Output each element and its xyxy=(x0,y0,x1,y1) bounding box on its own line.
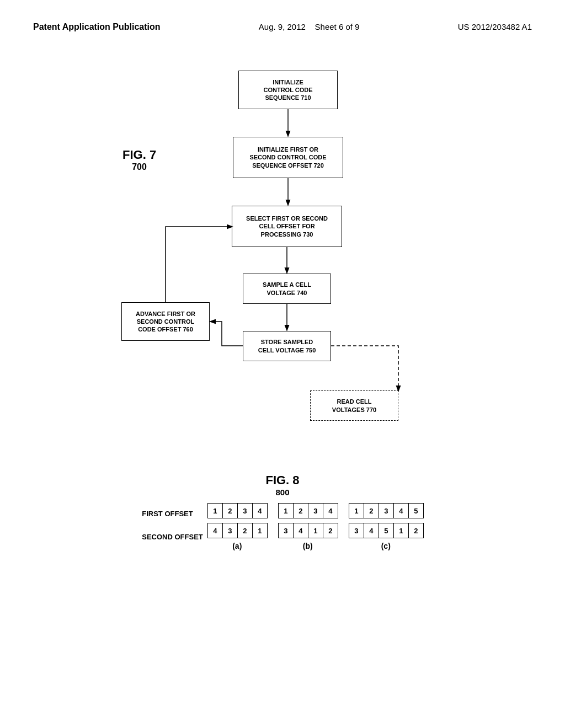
fig7-container: FIG. 7 700 INITIALIZE CONTROL CODE SEQUE… xyxy=(89,60,476,468)
cell-b-s1: 3 xyxy=(278,523,294,538)
box-710: INITIALIZE CONTROL CODE SEQUENCE 710 xyxy=(238,71,338,109)
cell-c-s4: 1 xyxy=(393,523,409,538)
flow-arrows xyxy=(89,60,476,468)
cell-c-s1: 3 xyxy=(349,523,364,538)
fig8-group-b-label: (b) xyxy=(303,542,313,550)
fig8-group-b-first-row: 1 2 3 4 xyxy=(278,503,338,518)
fig7-label: FIG. 7 700 xyxy=(122,148,156,172)
fig8-group-a-label: (a) xyxy=(232,542,242,550)
cell-c-s2: 4 xyxy=(364,523,379,538)
cell-a-s3: 2 xyxy=(237,523,253,538)
fig8-group-c-first-row: 1 2 3 4 5 xyxy=(349,503,423,518)
fig8-group-a: 1 2 3 4 4 3 2 1 (a) xyxy=(207,503,267,550)
main-content: FIG. 7 700 INITIALIZE CONTROL CODE SEQUE… xyxy=(0,43,565,550)
cell-b-s4: 2 xyxy=(323,523,338,538)
header-right: US 2012/203482 A1 xyxy=(458,22,532,31)
header-sheet: Sheet 6 of 9 xyxy=(315,22,360,31)
box-750: STORE SAMPLED CELL VOLTAGE 750 xyxy=(243,331,331,361)
fig8-title: FIG. 8 xyxy=(265,473,299,487)
cell-b-f2: 2 xyxy=(293,503,308,518)
fig8-groups: 1 2 3 4 4 3 2 1 (a) xyxy=(207,503,423,550)
fig8-group-b-grid: 1 2 3 4 3 4 1 2 xyxy=(278,503,338,538)
cell-a-s1: 4 xyxy=(207,523,223,538)
box-720: INITIALIZE FIRST OR SECOND CONTROL CODE … xyxy=(233,137,343,178)
box-770: READ CELL VOLTAGES 770 xyxy=(310,390,398,421)
second-offset-label: SECOND OFFSET xyxy=(142,528,203,545)
header-left: Patent Application Publication xyxy=(33,22,161,32)
cell-b-s2: 4 xyxy=(293,523,308,538)
cell-c-f4: 4 xyxy=(393,503,409,518)
cell-a-f4: 4 xyxy=(252,503,268,518)
cell-a-s2: 3 xyxy=(222,523,238,538)
fig8-row-labels: FIRST OFFSET SECOND OFFSET xyxy=(142,503,203,549)
cell-a-f2: 2 xyxy=(222,503,238,518)
cell-a-s4: 1 xyxy=(252,523,268,538)
fig8-number: 800 xyxy=(275,488,289,497)
cell-b-f1: 1 xyxy=(278,503,294,518)
fig7-title: FIG. 7 xyxy=(122,148,156,162)
cell-a-f3: 3 xyxy=(237,503,253,518)
page-header: Patent Application Publication Aug. 9, 2… xyxy=(0,0,565,43)
cell-c-f3: 3 xyxy=(379,503,394,518)
fig8-group-c-second-row: 3 4 5 1 2 xyxy=(349,523,423,538)
cell-b-f3: 3 xyxy=(308,503,323,518)
fig8-group-c: 1 2 3 4 5 3 4 5 1 2 xyxy=(349,503,423,550)
fig8-group-b-second-row: 3 4 1 2 xyxy=(278,523,338,538)
header-date: Aug. 9, 2012 xyxy=(259,22,306,31)
fig8-group-a-second-row: 4 3 2 1 xyxy=(207,523,267,538)
cell-c-s3: 5 xyxy=(379,523,394,538)
cell-c-f2: 2 xyxy=(364,503,379,518)
cell-a-f1: 1 xyxy=(207,503,223,518)
fig8-group-a-grid: 1 2 3 4 4 3 2 1 xyxy=(207,503,267,538)
box-760: ADVANCE FIRST OR SECOND CONTROL CODE OFF… xyxy=(121,302,210,341)
cell-c-f1: 1 xyxy=(349,503,364,518)
cell-b-f4: 4 xyxy=(323,503,338,518)
fig8-table-area: FIRST OFFSET SECOND OFFSET 1 2 3 4 xyxy=(89,503,476,550)
cell-c-s5: 2 xyxy=(408,523,424,538)
fig8-group-b: 1 2 3 4 3 4 1 2 (b) xyxy=(278,503,338,550)
fig8-label-area: FIG. 8 800 xyxy=(89,473,476,497)
cell-c-f5: 5 xyxy=(408,503,424,518)
first-offset-label: FIRST OFFSET xyxy=(142,505,203,522)
box-730: SELECT FIRST OR SECOND CELL OFFSET FOR P… xyxy=(232,206,342,247)
cell-b-s3: 1 xyxy=(308,523,323,538)
fig8-container: FIG. 8 800 FIRST OFFSET SECOND OFFSET 1 … xyxy=(89,473,476,550)
fig8-group-a-first-row: 1 2 3 4 xyxy=(207,503,267,518)
header-center: Aug. 9, 2012 Sheet 6 of 9 xyxy=(259,22,360,31)
box-740: SAMPLE A CELL VOLTAGE 740 xyxy=(243,274,331,304)
fig7-number: 700 xyxy=(122,162,156,172)
fig8-group-c-grid: 1 2 3 4 5 3 4 5 1 2 xyxy=(349,503,423,538)
fig8-group-c-label: (c) xyxy=(381,542,391,550)
